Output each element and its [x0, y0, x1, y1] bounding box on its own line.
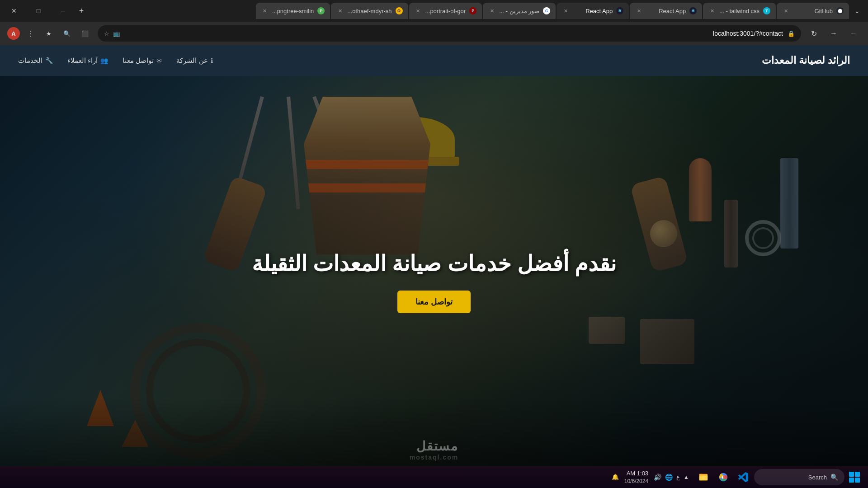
tab-favicon-react2: ⚛	[616, 7, 623, 14]
tab-favicon-pngtree: P	[317, 7, 325, 14]
file-explorer-icon	[698, 472, 708, 482]
nav-icon-testimonials: 👥	[100, 57, 108, 64]
screen-cast-icon[interactable]: 📺	[113, 30, 120, 37]
vscode-icon	[738, 472, 748, 482]
window-controls: ─ □ ✕	[4, 3, 73, 19]
address-text: localhost:3001/?#contact	[125, 30, 783, 37]
extensions-button[interactable]: ⬛	[78, 26, 92, 41]
tab-github[interactable]: ⬤ GitHub ✕	[777, 3, 849, 19]
taskbar-system-icons: ▲ ع 🌐 🔊	[654, 474, 689, 481]
tab-favicon-tailwind: T	[763, 7, 770, 14]
browser-chrome: ⌄ ⬤ GitHub ✕ T tailwind css - ... ✕ ⚛ Re…	[0, 0, 868, 45]
refresh-button[interactable]: ↻	[807, 26, 821, 41]
svg-rect-3	[699, 475, 708, 480]
speaker-icon[interactable]: 🔊	[654, 474, 661, 481]
tab-favicon-portrait: P	[469, 7, 476, 14]
hero-title: نقدم أفضل خدمات صيانة المعدات الثقيلة	[0, 251, 868, 276]
nav-label-services: الخدمات	[18, 56, 42, 65]
tab-close-google-ar[interactable]: ✕	[488, 7, 495, 14]
address-bar-input[interactable]: 🔒 localhost:3001/?#contact 📺 ☆	[98, 25, 801, 42]
notification-chevron-icon[interactable]: ▲	[684, 474, 689, 480]
win-logo-square-1	[855, 472, 860, 477]
more-button[interactable]: ⋮	[24, 26, 38, 41]
hero-content: نقدم أفضل خدمات صيانة المعدات الثقيلة تو…	[0, 251, 868, 313]
expand-tabs-button[interactable]: ⌄	[850, 4, 864, 18]
browser-actions: ⬛ 🔍 ★ ⋮ A	[7, 26, 92, 41]
minimize-button[interactable]: ─	[52, 3, 73, 19]
tab-close-react1[interactable]: ✕	[635, 7, 642, 14]
new-tab-button[interactable]: +	[74, 4, 89, 18]
nav-label-about: عن الشركة	[176, 56, 208, 65]
svg-rect-4	[699, 474, 703, 476]
watermark-text: مستقل	[416, 439, 458, 453]
keyboard-lang-icon[interactable]: ع	[676, 474, 680, 480]
watermark-url: mostaql.com	[410, 454, 458, 461]
tab-pngtree[interactable]: P pngtree-smilin... ✕	[256, 3, 330, 19]
tab-close-othaef[interactable]: ✕	[336, 7, 344, 14]
tab-label-pngtree: pngtree-smilin...	[272, 8, 314, 14]
tab-favicon-othaef: O	[396, 7, 403, 14]
bookmarks-button[interactable]: ★	[42, 26, 56, 41]
tab-label-github: GitHub	[793, 8, 833, 14]
forward-button[interactable]: →	[826, 26, 841, 41]
tab-close-tailwind[interactable]: ✕	[708, 7, 716, 14]
profile-button[interactable]: A	[7, 27, 20, 40]
taskbar-app-chrome[interactable]	[714, 468, 732, 486]
taskbar-app-explorer[interactable]	[694, 468, 712, 486]
nav-link-testimonials[interactable]: 👥 آراء العملاء	[67, 56, 108, 65]
tab-tailwind[interactable]: T tailwind css - ... ✕	[703, 3, 776, 19]
nav-link-about[interactable]: ℹ عن الشركة	[176, 56, 212, 65]
tab-label-tailwind: tailwind css - ...	[719, 8, 760, 14]
tab-close-react2[interactable]: ✕	[562, 7, 569, 14]
taskbar-search-text: Search	[808, 474, 827, 481]
tab-close-pngtree[interactable]: ✕	[261, 7, 269, 14]
tab-label-react2: React App	[573, 8, 613, 14]
tab-favicon-github: ⬤	[836, 7, 844, 14]
chrome-icon	[718, 472, 728, 482]
tab-label-react1: React App	[646, 8, 686, 14]
nav-icon-contact: ✉	[156, 57, 162, 64]
taskbar-app-vscode[interactable]	[734, 468, 752, 486]
start-button[interactable]	[846, 469, 863, 485]
tab-react2[interactable]: ⚛ React App ✕	[557, 3, 629, 19]
bookmark-icon[interactable]: ☆	[104, 30, 109, 37]
windows-logo	[849, 472, 860, 483]
taskbar-apps	[694, 468, 752, 486]
win-logo-square-2	[849, 472, 854, 477]
close-button[interactable]: ✕	[4, 3, 24, 19]
tab-label-portrait: portrait-of-gor...	[425, 8, 466, 14]
hero-cta-button[interactable]: تواصل معنا	[397, 291, 471, 313]
win-logo-square-3	[855, 478, 860, 483]
lock-icon: 🔒	[788, 30, 795, 37]
taskbar-search-icon: 🔍	[830, 474, 838, 481]
zoom-button[interactable]: 🔍	[60, 26, 74, 41]
tab-portrait[interactable]: P portrait-of-gor... ✕	[409, 3, 482, 19]
tab-react1[interactable]: ⚛ React App ✕	[630, 3, 702, 19]
clock-date: 10/6/2024	[624, 478, 648, 485]
tab-othaef[interactable]: O othaef-mdyr-sh... ✕	[331, 3, 408, 19]
taskbar-clock[interactable]: 1:03 AM 10/6/2024	[624, 469, 648, 485]
nav-link-contact[interactable]: ✉ تواصل معنا	[123, 56, 162, 65]
nav-icon-about: ℹ	[211, 57, 213, 64]
maximize-button[interactable]: □	[28, 3, 49, 19]
tab-close-github[interactable]: ✕	[782, 7, 789, 14]
win-logo-square-4	[849, 478, 854, 483]
tab-label-google-ar: صور مديرين - ...	[499, 8, 539, 14]
nav-label-contact: تواصل معنا	[123, 56, 154, 65]
tab-favicon-google-ar: G	[543, 7, 550, 14]
address-bar: ← → ↻ 🔒 localhost:3001/?#contact 📺 ☆ ⬛ 🔍…	[0, 22, 868, 45]
tabs-container: ⬤ GitHub ✕ T tailwind css - ... ✕ ⚛ Reac…	[90, 3, 849, 19]
nav-links: ℹ عن الشركة ✉ تواصل معنا 👥 آراء العملاء …	[18, 56, 213, 65]
tab-close-portrait[interactable]: ✕	[415, 7, 422, 14]
tab-google-ar[interactable]: G صور مديرين - ... ✕	[483, 3, 556, 19]
back-button[interactable]: ←	[846, 26, 861, 41]
network-icon[interactable]: 🌐	[665, 474, 673, 481]
clock-time: 1:03 AM	[624, 469, 648, 478]
nav-link-services[interactable]: 🔧 الخدمات	[18, 56, 53, 65]
notifications-button[interactable]: 🔔	[612, 474, 619, 480]
taskbar-search[interactable]: 🔍 Search	[754, 469, 844, 485]
tab-favicon-react1: ⚛	[689, 7, 697, 14]
address-icons: 📺 ☆	[104, 30, 120, 37]
taskbar: 🔍 Search	[0, 466, 868, 488]
site-logo: الرائد لصيانة المعدات	[762, 55, 850, 66]
